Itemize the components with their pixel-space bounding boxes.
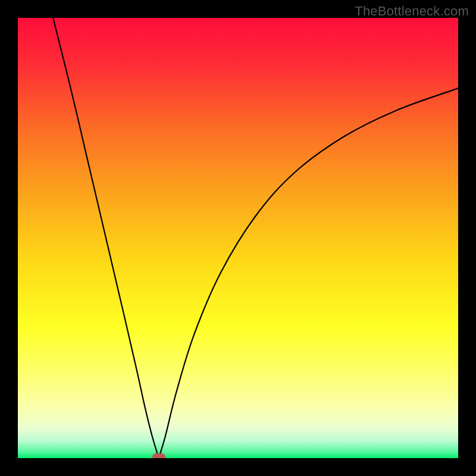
chart-frame: TheBottleneck.com	[0, 0, 476, 476]
optimal-point-marker	[152, 453, 165, 458]
bottleneck-curve	[18, 18, 458, 458]
plot-area	[18, 18, 458, 458]
watermark-text: TheBottleneck.com	[355, 4, 469, 19]
